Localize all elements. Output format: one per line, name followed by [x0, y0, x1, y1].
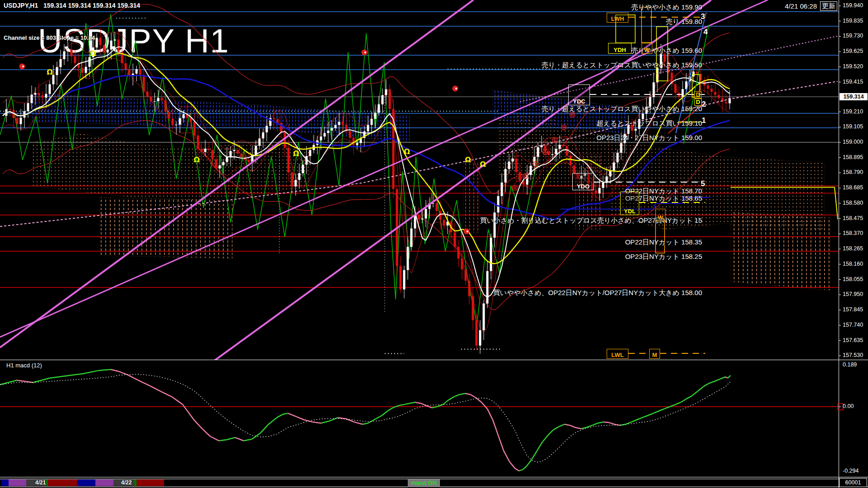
price-axis-tick[interactable]: 158.685 — [843, 184, 863, 191]
price-axis-tick[interactable]: 158.895 — [843, 154, 863, 160]
svg-text:Ω: Ω — [293, 149, 299, 158]
marker-box-m: M — [649, 349, 660, 359]
timeline-date: 4/21 — [35, 479, 46, 486]
count-marker-4: 4 — [703, 28, 708, 37]
symbol-title: USDJPY,H1 159.314 159.314 159.314 159.31… — [4, 2, 140, 9]
price-axis-tick[interactable]: 159.940 — [843, 2, 863, 9]
price-axis-tick[interactable]: 158.475 — [843, 215, 863, 221]
level-annotation: 売り・超えるとストップロス買いやや小さめ 159.50 — [431, 61, 702, 70]
price-axis-tick[interactable]: 159.520 — [843, 63, 863, 70]
marker-box-d: D — [694, 91, 702, 99]
current-price-tag: 159.314 — [840, 93, 868, 100]
price-axis-tick[interactable]: 157.740 — [843, 322, 863, 328]
level-annotation: 売り・超えるとストップロス買いやや小さめ 159.20 — [431, 105, 702, 113]
level-annotation: 売り 159.80 — [431, 18, 702, 26]
level-annotation: 売りやや小さめ 159.60 — [431, 47, 702, 55]
price-axis-tick[interactable]: 159.210 — [843, 108, 863, 115]
level-annotation: 買いやや小さめ、OP22日NYカット/OP27日NYカット大きめ 158.00 — [431, 289, 702, 297]
price-axis-tick[interactable]: 159.730 — [843, 33, 863, 39]
svg-text:Ω: Ω — [47, 68, 53, 76]
price-axis-tick[interactable]: 158.160 — [843, 261, 863, 267]
marker-box-ydh: YDH — [608, 43, 632, 54]
marker-box-d: D — [694, 99, 702, 106]
price-axis-tick[interactable]: 159.625 — [843, 48, 863, 54]
chart-window: USDJPY H1 ΩΩΩΩΩΩΩ USDJPY,H1 159.314 159.… — [0, 0, 868, 488]
count-marker-1: 1 — [702, 116, 706, 125]
macd-axis-tick[interactable]: 0.00 — [843, 403, 854, 409]
level-annotation: 売りやや小さめ 159.90 — [431, 3, 702, 12]
count-marker-3: 3 — [701, 12, 705, 21]
macd-on-button[interactable]: macd ON — [408, 479, 440, 487]
price-axis-tick[interactable]: 158.580 — [843, 200, 863, 206]
svg-text:Ω: Ω — [193, 155, 200, 164]
update-time: 4/21 06:28 — [785, 2, 817, 10]
price-axis-tick[interactable]: 158.265 — [843, 245, 863, 252]
level-annotation: OP23日NYカット 158.25 — [431, 253, 702, 261]
price-axis-tick[interactable]: 159.105 — [843, 123, 863, 130]
price-axis-tick[interactable]: 157.635 — [843, 337, 863, 343]
level-annotation: 超えるとストップロス買い 159.10 — [431, 119, 702, 128]
marker-box-ydc: YDC — [568, 84, 590, 105]
price-axis-tick[interactable]: 157.950 — [843, 291, 863, 297]
price-axis-tick[interactable]: 159.000 — [843, 139, 863, 145]
price-axis-tick[interactable]: 157.845 — [843, 306, 863, 313]
macd-axis-tick[interactable]: 0.189 — [843, 361, 857, 368]
svg-text:Ω: Ω — [404, 147, 410, 156]
price-axis-tick[interactable]: 158.370 — [843, 230, 863, 236]
level-annotation: OP22日NYカット 158.35 — [431, 238, 702, 247]
marker-box-ydl: YDL — [620, 192, 639, 215]
price-axis-tick[interactable]: 157.530 — [843, 352, 863, 358]
marker-box-lwh: LWH — [607, 13, 628, 23]
svg-text:Ω: Ω — [90, 49, 96, 58]
marker-box-w: W — [642, 43, 652, 54]
price-axis-tick[interactable]: 159.415 — [843, 79, 863, 85]
marker-box-ydo: YDO — [572, 173, 594, 190]
macd-axis-tick[interactable]: -0.294 — [843, 468, 859, 474]
timeline-date: 4/22 — [121, 479, 132, 486]
level-annotation: OP23日24・27日NYカット 159.00 — [431, 134, 702, 142]
svg-text:Ω: Ω — [480, 160, 486, 169]
price-axis-tick[interactable]: 158.055 — [843, 276, 863, 282]
channel-info-label: Channel size = 803 Slope = 10.14 — [4, 34, 95, 41]
level-annotation: OP27日NYカット 158.65 — [431, 194, 702, 203]
svg-text:Ω: Ω — [465, 155, 471, 164]
count-marker-2: 2 — [702, 100, 706, 109]
marker-box-w: W — [656, 209, 665, 221]
update-area: 4/21 06:28 更新 — [785, 1, 837, 11]
update-button[interactable]: 更新 — [820, 1, 837, 11]
tick-counter: 60001 — [839, 478, 867, 487]
price-axis-tick[interactable]: 159.835 — [843, 18, 863, 24]
price-axis-tick[interactable]: 158.790 — [843, 169, 863, 175]
marker-box-lwl: LWL — [607, 349, 628, 359]
macd-indicator-label: H1 macd (12) — [6, 362, 42, 369]
count-marker-5: 5 — [701, 179, 705, 188]
